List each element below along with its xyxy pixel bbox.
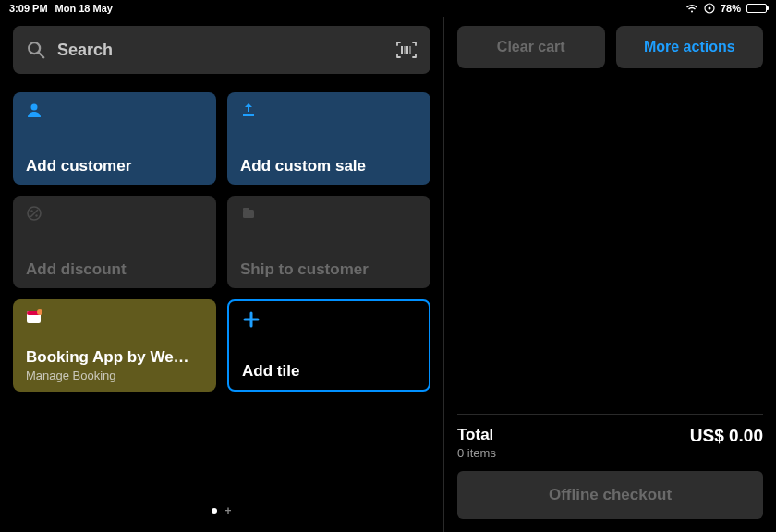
svg-point-12 [35, 214, 37, 216]
svg-point-11 [30, 210, 32, 212]
tile-label: Ship to customer [240, 260, 418, 279]
person-icon [26, 102, 42, 118]
more-actions-button[interactable]: More actions [616, 26, 764, 68]
battery-percent: 78% [721, 3, 741, 14]
svg-point-1 [708, 7, 710, 10]
package-icon [240, 205, 257, 222]
add-customer-tile[interactable]: Add customer [13, 92, 216, 185]
upload-icon [240, 102, 257, 118]
total-label: Total [457, 426, 496, 444]
add-custom-sale-tile[interactable]: Add custom sale [227, 92, 430, 185]
sync-icon [704, 3, 715, 14]
button-label: Offline checkout [549, 486, 672, 504]
cart-pane: Clear cart More actions Total 0 items US… [443, 17, 776, 532]
booking-app-tile[interactable]: Booking App by We… Manage Booking [13, 299, 216, 392]
checkout-button[interactable]: Offline checkout [457, 471, 763, 519]
search-input[interactable] [57, 41, 384, 60]
svg-rect-7 [410, 46, 411, 54]
add-page-icon[interactable]: + [224, 504, 231, 517]
tile-label: Add discount [26, 260, 203, 279]
button-label: More actions [644, 39, 735, 55]
products-pane: Add customer Add custom sale Add discoun… [0, 17, 443, 532]
status-date: Mon 18 May [55, 3, 113, 14]
svg-line-3 [39, 53, 44, 58]
search-icon [26, 40, 46, 60]
tile-label: Add customer [26, 157, 203, 175]
tile-label: Add custom sale [240, 157, 418, 175]
discount-icon [26, 205, 42, 222]
barcode-icon[interactable] [395, 41, 418, 59]
page-indicator: + [13, 504, 430, 517]
svg-rect-5 [405, 46, 406, 54]
total-amount: US$ 0.00 [690, 426, 763, 446]
calendar-app-icon [26, 308, 42, 325]
tile-label: Booking App by We… [26, 348, 203, 367]
svg-rect-14 [243, 208, 249, 211]
tile-label: Add tile [242, 362, 416, 381]
button-label: Clear cart [497, 39, 565, 55]
status-bar: 3:09 PM Mon 18 May 78% [0, 0, 776, 17]
battery-icon [746, 4, 767, 13]
svg-rect-4 [401, 46, 403, 54]
cart-items-empty [457, 68, 763, 414]
svg-point-17 [37, 309, 42, 315]
add-tile-button[interactable]: Add tile [227, 299, 430, 392]
plus-icon [242, 310, 259, 327]
ship-to-customer-tile[interactable]: Ship to customer [227, 196, 430, 288]
cart-total-row: Total 0 items US$ 0.00 [457, 414, 763, 460]
tile-sublabel: Manage Booking [26, 369, 203, 382]
search-bar[interactable] [13, 26, 430, 74]
status-time: 3:09 PM [9, 3, 48, 14]
add-discount-tile[interactable]: Add discount [13, 196, 216, 288]
svg-point-8 [31, 104, 38, 111]
page-dot[interactable] [212, 508, 217, 514]
svg-rect-6 [406, 46, 408, 54]
clear-cart-button[interactable]: Clear cart [457, 26, 605, 68]
wifi-icon [685, 4, 698, 13]
total-items-count: 0 items [457, 446, 496, 460]
svg-rect-13 [243, 210, 254, 218]
